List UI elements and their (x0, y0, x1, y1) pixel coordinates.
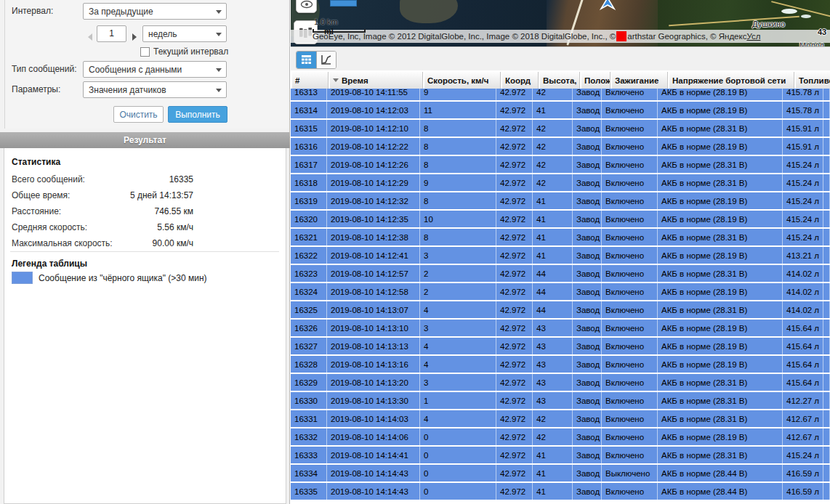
cell-fuel[interactable]: 415.91 л (783, 138, 823, 155)
cell-altitude[interactable]: 43 (533, 356, 573, 373)
cell-index[interactable]: 16324 (291, 283, 327, 300)
cell-fuel[interactable]: 414.02 л (783, 301, 823, 318)
col-header-index[interactable]: # (292, 72, 329, 89)
cell-coords[interactable]: 42.972 (496, 89, 533, 100)
cell-fuel[interactable]: 415.78 л (783, 89, 823, 100)
cell-ignition[interactable]: Включено (602, 174, 658, 191)
cell-index[interactable]: 16321 (291, 229, 327, 245)
table-row[interactable]: 16329 2019-08-10 14:13:20 3 42.972 43 За… (291, 374, 830, 391)
cell-index[interactable]: 16313 (291, 89, 327, 100)
cell-time[interactable]: 2019-08-10 14:13:20 (327, 374, 420, 391)
cell-voltage[interactable]: АКБ в норме (28.31 В) (658, 392, 783, 409)
cell-speed[interactable]: 4 (420, 301, 496, 318)
cell-voltage[interactable]: АКБ в норме (28.44 В) (658, 465, 783, 481)
cell-fuel[interactable]: 415.64 л (783, 320, 823, 336)
cell-speed[interactable]: 2 (420, 265, 496, 282)
cell-time[interactable]: 2019-08-10 14:12:57 (327, 265, 420, 282)
table-row[interactable]: 16325 2019-08-10 14:13:07 4 42.972 44 За… (291, 301, 830, 318)
cell-altitude[interactable]: 42 (533, 89, 573, 100)
cell-voltage[interactable]: АКБ в норме (28.19 В) (658, 102, 783, 118)
col-header-time[interactable]: Время (330, 72, 423, 89)
cell-index[interactable]: 16325 (291, 301, 327, 318)
satellite-map[interactable]: 1.0 km mi Душкино 43 Молод GeoEye, Inc, … (291, 0, 830, 46)
cell-voltage[interactable]: АКБ в норме (28.31 В) (658, 447, 783, 463)
cell-index[interactable]: 16329 (291, 374, 327, 391)
cell-fuel[interactable]: 415.24 л (783, 156, 823, 173)
cell-ignition[interactable]: Включено (602, 447, 658, 463)
cell-coords[interactable]: 42.972 (496, 247, 533, 264)
cell-fuel[interactable]: 415.24 л (783, 211, 823, 227)
cell-ignition[interactable]: Включено (602, 356, 658, 373)
table-row[interactable]: 16313 2019-08-10 14:11:55 9 42.972 42 За… (291, 89, 830, 100)
cell-coords[interactable]: 42.972 (496, 156, 533, 173)
col-header-ignition[interactable]: Зажигание (612, 72, 668, 89)
cell-location[interactable]: Завод (573, 410, 602, 427)
cell-location[interactable]: Завод (573, 428, 602, 445)
cell-altitude[interactable]: 44 (533, 283, 573, 300)
cell-index[interactable]: 16322 (291, 247, 327, 264)
cell-fuel[interactable]: 412.67 л (783, 428, 823, 445)
execute-button[interactable]: Выполнить (168, 106, 227, 123)
cell-voltage[interactable]: АКБ в норме (28.19 В) (658, 283, 783, 300)
cell-speed[interactable]: 8 (420, 192, 496, 209)
cell-location[interactable]: Завод (573, 374, 602, 391)
cell-speed[interactable]: 4 (420, 410, 496, 427)
cell-time[interactable]: 2019-08-10 14:13:13 (327, 338, 420, 354)
cell-index[interactable]: 16317 (291, 156, 327, 173)
cell-fuel[interactable]: 415.24 л (783, 447, 823, 463)
table-row[interactable]: 16328 2019-08-10 14:13:16 4 42.972 43 За… (291, 356, 830, 373)
cell-index[interactable]: 16335 (291, 483, 327, 500)
col-header-coords[interactable]: Коорд (502, 72, 539, 89)
cell-fuel[interactable]: 415.64 л (783, 356, 823, 373)
cell-altitude[interactable]: 41 (533, 465, 573, 481)
cell-ignition[interactable]: Включено (602, 89, 658, 100)
vehicle-arrow-marker[interactable] (600, 0, 616, 10)
table-row[interactable]: 16327 2019-08-10 14:13:13 4 42.972 43 За… (291, 338, 830, 354)
cell-voltage[interactable]: АКБ в норме (28.31 В) (658, 374, 783, 391)
cell-coords[interactable]: 42.972 (496, 138, 533, 155)
cell-location[interactable]: Завод (573, 338, 602, 354)
cell-speed[interactable]: 10 (420, 211, 496, 227)
table-row[interactable]: 16321 2019-08-10 14:12:38 8 42.972 41 За… (291, 229, 830, 245)
table-row[interactable]: 16335 2019-08-10 14:14:43 0 42.972 41 За… (291, 483, 830, 500)
cell-location[interactable]: Завод (573, 138, 602, 155)
cell-location[interactable]: Завод (573, 102, 602, 118)
cell-ignition[interactable]: Включено (602, 138, 658, 155)
cell-coords[interactable]: 42.972 (496, 483, 533, 500)
cell-coords[interactable]: 42.972 (496, 301, 533, 318)
col-header-fuel[interactable]: Топливо (796, 72, 830, 89)
cell-fuel[interactable]: 415.64 л (783, 338, 823, 354)
cell-altitude[interactable]: 43 (533, 338, 573, 354)
col-header-location[interactable]: Полож (581, 72, 611, 89)
cell-index[interactable]: 16315 (291, 120, 327, 137)
cell-coords[interactable]: 42.972 (496, 265, 533, 282)
cell-speed[interactable]: 4 (420, 338, 496, 354)
map-control-partial[interactable] (330, 0, 357, 7)
cell-fuel[interactable]: 412.67 л (783, 410, 823, 427)
cell-speed[interactable]: 3 (420, 374, 496, 391)
table-row[interactable]: 16323 2019-08-10 14:12:57 2 42.972 44 За… (291, 265, 830, 282)
cell-coords[interactable]: 42.972 (496, 229, 533, 245)
cell-coords[interactable]: 42.972 (496, 428, 533, 445)
cell-location[interactable]: Завод (573, 156, 602, 173)
cell-altitude[interactable]: 42 (533, 410, 573, 427)
cell-index[interactable]: 16320 (291, 211, 327, 227)
table-row[interactable]: 16333 2019-08-10 14:14:41 0 42.972 41 За… (291, 447, 830, 463)
col-header-speed[interactable]: Скорость, км/ч (424, 72, 501, 89)
cell-ignition[interactable]: Включено (602, 410, 658, 427)
cell-speed[interactable]: 8 (420, 138, 496, 155)
table-row[interactable]: 16317 2019-08-10 14:12:26 8 42.972 42 За… (291, 156, 830, 173)
attribution-link[interactable]: Усл (746, 32, 760, 41)
cell-speed[interactable]: 0 (420, 428, 496, 445)
cell-time[interactable]: 2019-08-10 14:12:38 (327, 229, 420, 245)
cell-location[interactable]: Завод (573, 211, 602, 227)
cell-location[interactable]: Завод (573, 247, 602, 264)
table-row[interactable]: 16319 2019-08-10 14:12:32 8 42.972 41 За… (291, 192, 830, 209)
cell-index[interactable]: 16323 (291, 265, 327, 282)
cell-ignition[interactable]: Включено (602, 320, 658, 336)
cell-voltage[interactable]: АКБ в норме (28.44 В) (658, 483, 783, 500)
cell-index[interactable]: 16314 (291, 102, 327, 118)
cell-ignition[interactable]: Включено (602, 192, 658, 209)
cell-time[interactable]: 2019-08-10 14:14:43 (327, 483, 420, 500)
cell-ignition[interactable]: Выключено (602, 465, 658, 481)
